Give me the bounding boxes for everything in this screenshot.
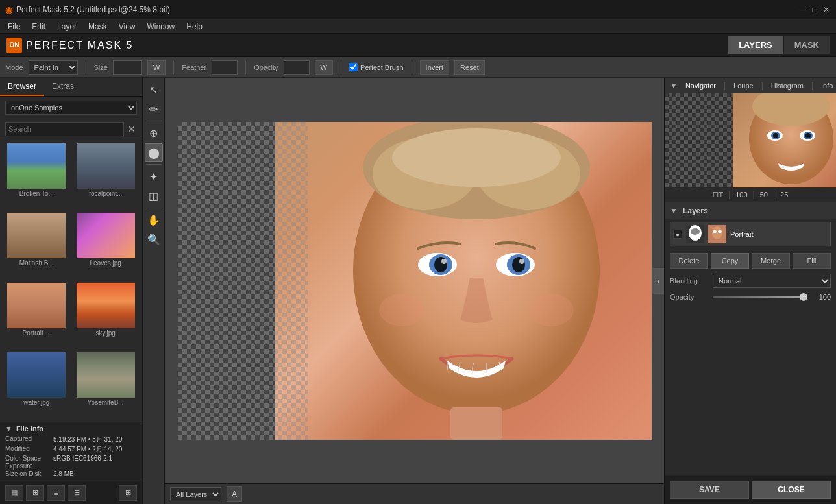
file-info-panel: ▼ File Info Captured 5:19:23 PM • 8月 31,… — [0, 422, 142, 481]
size-w-button[interactable]: W — [147, 60, 166, 75]
menu-help[interactable]: Help — [181, 21, 208, 32]
brush-tool[interactable]: ✏ — [145, 100, 163, 118]
tool-separator — [146, 121, 162, 121]
hand-tool[interactable]: ✋ — [145, 211, 163, 229]
copy-layer-button[interactable]: Copy — [711, 253, 749, 269]
mode-select[interactable]: Paint In Paint Out — [29, 60, 78, 75]
thumbnail-image — [77, 283, 135, 328]
zoom-tool[interactable]: ⊕ — [145, 124, 163, 142]
app-header: ON PERFECT MASK 5 LAYERS MASK — [0, 34, 836, 57]
app-logo: ON PERFECT MASK 5 — [6, 38, 134, 53]
source-select[interactable]: onOne Samples — [5, 101, 137, 115]
maximize-button[interactable]: □ — [810, 5, 819, 14]
magnify-tool[interactable]: 🔍 — [145, 230, 163, 248]
tab-mask[interactable]: MASK — [784, 36, 830, 54]
sidebar-tab-browser[interactable]: Browser — [0, 78, 44, 96]
menu-layer[interactable]: Layer — [52, 21, 82, 32]
loupe-tab[interactable]: Loupe — [731, 80, 756, 91]
table-row[interactable]: ● — [670, 222, 831, 246]
opacity-input[interactable]: 100 — [284, 60, 310, 75]
titlebar-controls: ─ □ ✕ — [798, 5, 831, 14]
svg-rect-15 — [450, 407, 502, 440]
titlebar-title: Perfect Mask 5.2 (Untitled.psd@24.5% 8 b… — [16, 5, 170, 14]
layers-toggle[interactable]: ▼ — [670, 206, 678, 215]
canvas-container[interactable]: › — [165, 78, 664, 483]
delete-layer-button[interactable]: Delete — [670, 253, 708, 269]
view-btn-2[interactable]: ⊞ — [26, 485, 44, 501]
canvas-area: › All Layers A — [165, 78, 664, 504]
list-item[interactable]: YosemiteB... — [72, 351, 140, 419]
app-name: PERFECT MASK 5 — [26, 40, 134, 51]
opacity-w-button[interactable]: W — [315, 60, 333, 75]
thumbnail-image — [7, 213, 66, 258]
search-clear-button[interactable]: ✕ — [127, 124, 137, 134]
thumbnail-label: sky.jpg — [96, 330, 116, 337]
thumbnail-image — [7, 283, 66, 328]
tool-separator — [146, 208, 162, 208]
list-item[interactable]: Portrait.... — [3, 282, 71, 350]
list-item[interactable]: Leaves.jpg — [72, 211, 140, 280]
list-item[interactable]: water.jpg — [3, 351, 71, 419]
arrow-tool[interactable]: ↖ — [145, 80, 163, 99]
list-item[interactable]: sky.jpg — [72, 282, 140, 350]
search-bar: ✕ — [0, 119, 142, 139]
menu-mask[interactable]: Mask — [83, 21, 112, 32]
reset-button[interactable]: Reset — [454, 60, 485, 75]
canvas-nav-right[interactable]: › — [652, 268, 664, 294]
eraser-tool[interactable]: ◫ — [145, 187, 163, 205]
window-close-button[interactable]: ✕ — [822, 5, 831, 14]
layer-visibility[interactable]: ● — [673, 230, 682, 239]
fit-button[interactable]: FIT — [713, 191, 724, 198]
thumbnail-image — [7, 352, 66, 398]
perfect-brush-checkbox[interactable]: Perfect Brush — [349, 63, 404, 71]
sidebar-tab-extras[interactable]: Extras — [44, 78, 82, 96]
paint-in-tool[interactable]: ⬤ — [145, 143, 163, 162]
opacity-slider[interactable] — [713, 296, 807, 298]
info-tab[interactable]: Info — [818, 80, 835, 91]
list-item[interactable]: Broken To... — [3, 142, 71, 210]
close-button[interactable]: CLOSE — [752, 481, 831, 499]
layers-dropdown[interactable]: All Layers — [170, 487, 221, 501]
blending-select[interactable]: Normal Multiply Screen Overlay — [713, 274, 831, 288]
menubar: File Edit Layer Mask View Window Help — [0, 19, 836, 34]
sidebar-bottom: ▤ ⊞ ≡ ⊟ ⊞ — [0, 481, 142, 504]
navigator-tab[interactable]: Navigator — [683, 80, 719, 91]
list-item[interactable]: Matiash B... — [3, 211, 71, 280]
smart-brush-tool[interactable]: ✦ — [145, 167, 163, 186]
menu-window[interactable]: Window — [142, 21, 180, 32]
tab-layers[interactable]: LAYERS — [728, 36, 783, 54]
fill-layer-button[interactable]: Fill — [793, 253, 831, 269]
navigator-toggle[interactable]: ▼ — [670, 81, 678, 90]
navigator-image — [733, 93, 836, 187]
view-btn-3[interactable]: ≡ — [47, 485, 65, 501]
blending-label: Blending — [670, 277, 709, 285]
text-tool-button[interactable]: A — [227, 486, 242, 502]
histogram-tab[interactable]: Histogram — [768, 80, 806, 91]
invert-button[interactable]: Invert — [420, 60, 450, 75]
search-input[interactable] — [5, 122, 124, 136]
merge-layer-button[interactable]: Merge — [752, 253, 790, 269]
menu-file[interactable]: File — [3, 21, 25, 32]
view-btn-4[interactable]: ⊟ — [68, 485, 86, 501]
minimize-button[interactable]: ─ — [798, 5, 807, 14]
thumbnail-image — [77, 352, 135, 398]
size-input[interactable]: 500 — [113, 60, 142, 75]
list-item[interactable]: focalpoint... — [72, 142, 140, 210]
layer-name: Portrait — [730, 230, 828, 238]
zoom-100: 100 — [735, 191, 747, 198]
feather-input[interactable]: 52 — [212, 60, 238, 75]
save-button[interactable]: SAVE — [670, 481, 749, 499]
tool-strip: ↖ ✏ ⊕ ⬤ ✦ ◫ ✋ 🔍 — [143, 78, 165, 504]
app-icon: ◉ — [5, 5, 12, 15]
layers-list: ● — [665, 219, 836, 250]
grid-settings-button[interactable]: ⊞ — [119, 485, 137, 501]
portrait-image — [275, 122, 652, 440]
left-sidebar: Browser Extras onOne Samples ✕ Broken To… — [0, 78, 143, 504]
layers-section: ▼ Layers ● — [665, 202, 836, 475]
menu-edit[interactable]: Edit — [27, 21, 51, 32]
zoom-25: 25 — [780, 191, 788, 198]
menu-view[interactable]: View — [114, 21, 141, 32]
feather-label: Feather — [182, 64, 206, 71]
view-btn-1[interactable]: ▤ — [5, 485, 23, 501]
file-info-toggle[interactable]: ▼ — [5, 425, 12, 433]
